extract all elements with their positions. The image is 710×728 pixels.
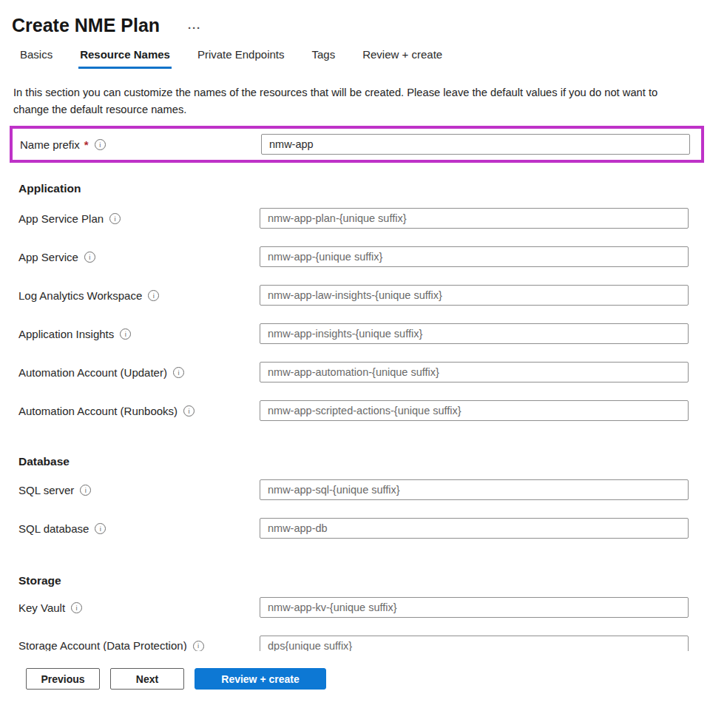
form-row-automation-account-updater: Automation Account (Updater) (18, 362, 710, 382)
section-title: Storage (18, 574, 710, 587)
field-label: Automation Account (Updater) (18, 366, 167, 379)
field-label: Storage Account (Data Protection) (18, 639, 187, 651)
tab-label: Tags (312, 48, 336, 61)
field-label: App Service (18, 251, 78, 263)
info-icon[interactable] (95, 139, 106, 150)
section-application: Application App Service Plan App Service… (0, 182, 710, 421)
field-input-storage-account-data-protection[interactable] (260, 636, 689, 651)
info-icon[interactable] (193, 641, 204, 652)
form-row-sql-server: SQL server (18, 479, 710, 500)
name-prefix-highlight-box: Name prefix * (10, 126, 704, 163)
field-label: SQL server (18, 484, 74, 496)
review-create-button[interactable]: Review + create (195, 668, 326, 690)
info-icon[interactable] (183, 405, 195, 417)
field-input-automation-account-runbooks[interactable] (260, 400, 689, 421)
field-input-sql-database[interactable] (260, 518, 689, 539)
field-label: SQL database (18, 522, 89, 535)
info-icon[interactable] (109, 213, 121, 224)
field-label: Application Insights (18, 328, 114, 340)
field-input-log-analytics-workspace[interactable] (260, 285, 689, 306)
field-input-automation-account-updater[interactable] (260, 362, 689, 382)
section-description: In this section you can customize the na… (13, 84, 688, 118)
tab-label: Basics (20, 48, 53, 61)
field-label: Log Analytics Workspace (18, 289, 142, 302)
field-input-app-service-plan[interactable] (260, 208, 689, 229)
section-title: Database (18, 455, 710, 468)
previous-button[interactable]: Previous (26, 668, 100, 690)
form-row-sql-database: SQL database (18, 518, 710, 539)
name-prefix-label: Name prefix (20, 138, 80, 151)
info-icon[interactable] (84, 252, 95, 263)
page-title: Create NME Plan (12, 13, 160, 37)
form-row-app-service-plan: App Service Plan (18, 208, 710, 229)
tabs: Basics Resource Names Private Endpoints … (18, 48, 710, 69)
tab-basics[interactable]: Basics (18, 48, 54, 69)
info-icon[interactable] (148, 290, 159, 301)
field-input-key-vault[interactable] (260, 597, 689, 618)
form-row-log-analytics-workspace: Log Analytics Workspace (18, 285, 710, 306)
field-label: Key Vault (18, 601, 65, 614)
sections-container: Application App Service Plan App Service… (0, 182, 710, 651)
tab-tags[interactable]: Tags (311, 48, 337, 69)
name-prefix-label-group: Name prefix * (20, 138, 261, 151)
field-input-app-service[interactable] (260, 246, 689, 267)
tab-label: Review + create (362, 48, 442, 61)
tab-resource-names[interactable]: Resource Names (78, 48, 172, 69)
info-icon[interactable] (120, 328, 131, 340)
tab-private-endpoints[interactable]: Private Endpoints (196, 48, 286, 69)
info-icon[interactable] (95, 523, 106, 534)
form-row-automation-account-runbooks: Automation Account (Runbooks) (18, 400, 710, 421)
required-asterisk: * (84, 138, 89, 151)
info-icon[interactable] (173, 367, 184, 378)
form-row-application-insights: Application Insights (18, 323, 710, 344)
field-input-sql-server[interactable] (260, 479, 689, 500)
form-row-key-vault: Key Vault (18, 597, 710, 618)
section-database: Database SQL server SQL database (0, 455, 710, 539)
form-row-storage-account-data-protection: Storage Account (Data Protection) (18, 636, 710, 651)
tab-label: Private Endpoints (197, 48, 285, 61)
tab-review-create[interactable]: Review + create (361, 48, 444, 69)
field-input-application-insights[interactable] (260, 323, 689, 344)
footer-buttons: PreviousNextReview + create (26, 668, 710, 690)
more-options-icon[interactable]: ··· (188, 24, 201, 32)
form-row-app-service: App Service (18, 246, 710, 267)
field-label: App Service Plan (18, 212, 104, 225)
section-storage: Storage Key Vault Storage Account (Data … (0, 574, 710, 651)
next-button[interactable]: Next (110, 668, 184, 690)
page-header: Create NME Plan ··· (12, 13, 710, 37)
info-icon[interactable] (80, 485, 91, 496)
info-icon[interactable] (71, 602, 82, 613)
name-prefix-input[interactable] (261, 134, 690, 155)
tab-label: Resource Names (80, 48, 170, 61)
section-title: Application (18, 182, 710, 195)
field-label: Automation Account (Runbooks) (18, 405, 178, 417)
